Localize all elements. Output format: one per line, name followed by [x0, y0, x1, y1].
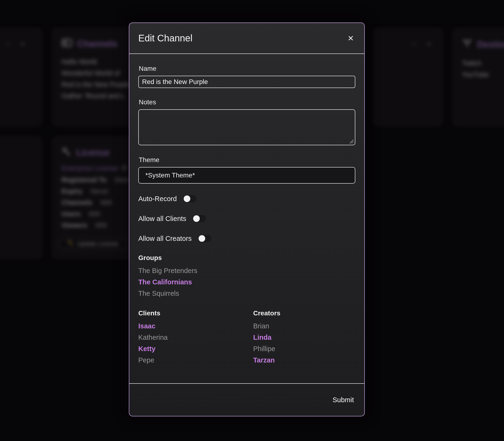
theme-label: Theme	[139, 156, 355, 164]
client-option[interactable]: Pepe	[138, 354, 253, 366]
clients-creators-columns: Clients Isaac Katherina Ketty Pepe Creat…	[138, 309, 355, 366]
theme-select[interactable]: *System Theme*	[138, 167, 355, 184]
edit-channel-modal: Edit Channel ✕ Name Notes Theme *System …	[129, 22, 365, 416]
creator-option[interactable]: Phillipe	[253, 343, 355, 354]
clients-list: Isaac Katherina Ketty Pepe	[138, 320, 253, 366]
theme-select-value: *System Theme*	[145, 172, 195, 179]
creator-option[interactable]: Linda	[253, 332, 355, 343]
submit-button[interactable]: Submit	[333, 396, 354, 404]
notes-label: Notes	[139, 98, 355, 106]
allow-all-clients-row: Allow all Clients	[138, 214, 355, 223]
allow-all-creators-toggle[interactable]	[198, 235, 212, 242]
groups-list: The Big Pretenders The Californians The …	[138, 265, 355, 299]
client-option[interactable]: Ketty	[138, 343, 253, 354]
toggle-knob	[184, 195, 190, 202]
allow-all-clients-toggle[interactable]	[193, 215, 206, 223]
auto-record-label: Auto-Record	[138, 195, 177, 203]
allow-all-clients-label: Allow all Clients	[138, 215, 186, 223]
notes-field-wrap	[138, 109, 355, 145]
auto-record-toggle[interactable]	[183, 195, 197, 203]
group-option[interactable]: The Big Pretenders	[138, 265, 355, 276]
client-option[interactable]: Isaac	[138, 320, 253, 332]
group-option[interactable]: The Squirrels	[138, 288, 355, 299]
name-label: Name	[139, 65, 355, 72]
modal-footer: Submit	[129, 383, 364, 416]
allow-all-creators-row: Allow all Creators	[138, 234, 355, 243]
modal-body: Name Notes Theme *System Theme* Auto-Rec…	[129, 54, 364, 383]
toggle-knob	[193, 215, 200, 222]
clients-header: Clients	[138, 309, 253, 317]
creators-list: Brian Linda Phillipe Tarzan	[253, 320, 355, 366]
modal-header: Edit Channel ✕	[129, 23, 364, 53]
name-input[interactable]	[138, 76, 355, 88]
toggle-knob	[199, 235, 205, 242]
close-icon[interactable]: ✕	[347, 34, 354, 42]
resize-grip-icon[interactable]	[349, 139, 354, 143]
client-option[interactable]: Katherina	[138, 332, 253, 343]
auto-record-row: Auto-Record	[138, 194, 355, 203]
modal-title: Edit Channel	[138, 33, 193, 44]
creators-header: Creators	[253, 309, 355, 317]
allow-all-creators-label: Allow all Creators	[138, 235, 192, 242]
group-option[interactable]: The Californians	[138, 276, 355, 288]
creators-column: Creators Brian Linda Phillipe Tarzan	[253, 309, 355, 366]
notes-textarea[interactable]	[138, 109, 355, 145]
groups-header: Groups	[138, 254, 355, 262]
creator-option[interactable]: Tarzan	[253, 354, 355, 366]
creator-option[interactable]: Brian	[253, 320, 355, 332]
clients-column: Clients Isaac Katherina Ketty Pepe	[138, 309, 253, 366]
